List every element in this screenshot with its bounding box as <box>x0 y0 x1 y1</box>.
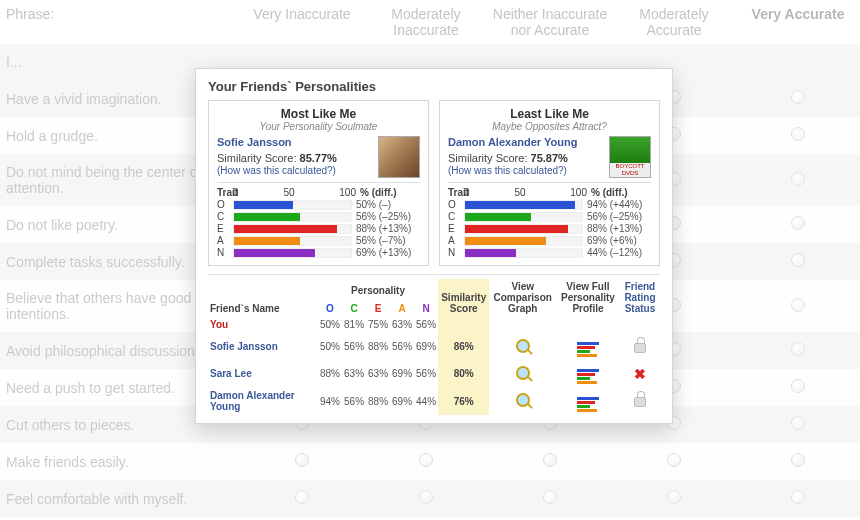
card-title: Your Friends` Personalities <box>208 79 660 94</box>
how-calculated-link[interactable]: (How was this calculated?) <box>217 165 336 176</box>
radio-option[interactable] <box>543 453 557 467</box>
friend-row: Sofie Jansson50%56%88%56%69%86% <box>208 333 660 360</box>
trait-value: 69% <box>390 360 414 387</box>
trait-bar <box>464 236 583 246</box>
radio-option[interactable] <box>667 453 681 467</box>
radio-option[interactable] <box>791 416 805 430</box>
trait-value: 69% <box>390 387 414 415</box>
radio-option[interactable] <box>791 216 805 230</box>
least-subtitle: Maybe Opposites Attract? <box>448 121 651 132</box>
trait-letter: N <box>217 247 233 258</box>
trait-bar <box>464 200 583 210</box>
trait-value: 88% (+13%) <box>587 223 651 234</box>
radio-option[interactable] <box>419 453 433 467</box>
trait-value: 56% <box>342 387 366 415</box>
friends-table-section: Friend`s Name Personality Similarity Sco… <box>208 274 660 415</box>
trait-value: 88% <box>366 333 390 360</box>
profile-bars-icon[interactable] <box>577 397 599 412</box>
col-friend-status: Friend Rating Status <box>620 279 660 316</box>
radio-option[interactable] <box>543 490 557 504</box>
trait-value: 44% <box>414 387 438 415</box>
trait-value: 88% <box>318 360 342 387</box>
trait-value: 56% <box>414 360 438 387</box>
trait-row: A56% (–7%) <box>217 235 420 246</box>
friend-name[interactable]: Damon Alexander Young <box>208 387 318 415</box>
trait-bar <box>233 200 352 210</box>
trait-value: 69% (+13%) <box>356 247 420 258</box>
similarity-cell: 86% <box>438 333 489 360</box>
radio-option[interactable] <box>791 453 805 467</box>
trait-letter: C <box>448 211 464 222</box>
similarity-cell: 80% <box>438 360 489 387</box>
similarity-label: Similarity Score: <box>448 152 527 164</box>
trait-row: O50% (–) <box>217 199 420 210</box>
profile-bars-icon[interactable] <box>577 342 599 357</box>
trait-letter: E <box>448 223 464 234</box>
trait-letter: A <box>217 235 233 246</box>
trait-row: N69% (+13%) <box>217 247 420 258</box>
radio-option[interactable] <box>791 490 805 504</box>
trait-bar <box>233 224 352 234</box>
trait-row: C56% (–25%) <box>448 211 651 222</box>
radio-option[interactable] <box>419 490 433 504</box>
radio-option[interactable] <box>791 90 805 104</box>
trait-row: E88% (+13%) <box>448 223 651 234</box>
radio-option[interactable] <box>791 172 805 186</box>
trait-value: 56% (–25%) <box>356 211 420 222</box>
friend-name[interactable]: Sara Lee <box>208 360 318 387</box>
friend-row: Damon Alexander Young94%56%88%69%44%76% <box>208 387 660 415</box>
col-similarity: Similarity Score <box>438 279 489 316</box>
survey-question: Feel comfortable with myself. <box>0 480 240 517</box>
survey-col-1: Very Inaccurate <box>240 0 364 44</box>
survey-col-4: Moderately Accurate <box>612 0 736 44</box>
lock-icon[interactable] <box>634 397 646 407</box>
col-friend-name: Friend`s Name <box>208 279 318 316</box>
similarity-cell: 76% <box>438 387 489 415</box>
least-friend-name[interactable]: Damon Alexander Young <box>448 136 603 148</box>
magnifier-icon[interactable] <box>516 366 530 380</box>
most-friend-avatar[interactable] <box>378 136 420 178</box>
radio-option[interactable] <box>295 490 309 504</box>
radio-option[interactable] <box>667 490 681 504</box>
radio-option[interactable] <box>791 253 805 267</box>
survey-row: Feel comfortable with myself. <box>0 480 860 517</box>
trait-value: 69% <box>414 333 438 360</box>
trait-row: N44% (–12%) <box>448 247 651 258</box>
trait-value: 50% (–) <box>356 199 420 210</box>
trait-bar <box>464 224 583 234</box>
radio-option[interactable] <box>791 298 805 312</box>
survey-col-3: Neither Inaccurate nor Accurate <box>488 0 612 44</box>
radio-option[interactable] <box>791 342 805 356</box>
most-friend-name[interactable]: Sofie Jansson <box>217 136 372 148</box>
friend-name[interactable]: Sofie Jansson <box>208 333 318 360</box>
radio-option[interactable] <box>791 127 805 141</box>
col-view-profile: View Full Personality Profile <box>556 279 620 316</box>
similarity-label: Similarity Score: <box>217 152 296 164</box>
magnifier-icon[interactable] <box>516 393 530 407</box>
trait-letter: C <box>217 211 233 222</box>
magnifier-icon[interactable] <box>516 339 530 353</box>
trait-value: 50% <box>318 316 342 333</box>
trait-value: 56% <box>390 333 414 360</box>
radio-option[interactable] <box>295 453 309 467</box>
how-calculated-link[interactable]: (How was this calculated?) <box>448 165 567 176</box>
trait-value: 63% <box>366 360 390 387</box>
trait-bar <box>464 212 583 222</box>
trait-value: 56% <box>342 333 366 360</box>
trait-bar <box>233 248 352 258</box>
x-icon[interactable]: ✖ <box>634 366 646 382</box>
trait-value: 44% (–12%) <box>587 247 651 258</box>
radio-option[interactable] <box>791 379 805 393</box>
least-friend-avatar[interactable]: BOYCOTT DVDS <box>609 136 651 178</box>
trait-value: 88% (+13%) <box>356 223 420 234</box>
trait-bar <box>233 236 352 246</box>
friend-row: You50%81%75%63%56% <box>208 316 660 333</box>
profile-bars-icon[interactable] <box>577 369 599 384</box>
trait-bar <box>464 248 583 258</box>
trait-value: 94% <box>318 387 342 415</box>
lock-icon[interactable] <box>634 343 646 353</box>
survey-col-phrase: Phrase: <box>0 0 240 44</box>
least-similarity-score: 75.87% <box>531 152 568 164</box>
col-view-graph: View Comparison Graph <box>489 279 556 316</box>
trait-value: 88% <box>366 387 390 415</box>
